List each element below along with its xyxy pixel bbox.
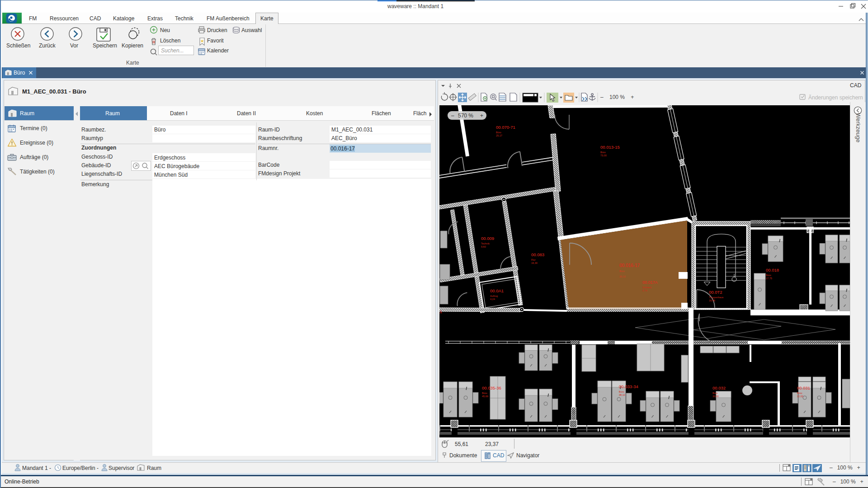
svg-text:00.013-15: 00.013-15	[600, 145, 620, 150]
svg-text:38,10: 38,10	[619, 394, 625, 396]
svg-text:+: +	[480, 113, 483, 119]
svg-text:16,30: 16,30	[531, 262, 538, 264]
svg-text:73,00: 73,00	[600, 154, 607, 157]
svg-text:00.0T2: 00.0T2	[709, 290, 722, 295]
svg-text:0,76: 0,76	[642, 289, 647, 292]
svg-text:Schrank: Schrank	[642, 286, 651, 289]
svg-text:00.016-17: 00.016-17	[619, 263, 640, 268]
svg-text:00.009: 00.009	[481, 236, 494, 241]
svg-text:Büro: Büro	[619, 270, 625, 272]
svg-text:33,30: 33,30	[712, 395, 719, 398]
svg-text:17,75: 17,75	[766, 277, 772, 280]
svg-text:Büro: Büro	[496, 131, 501, 134]
svg-text:Büro: Büro	[482, 392, 487, 394]
svg-text:00.033-34: 00.033-34	[619, 384, 638, 389]
svg-text:00.018: 00.018	[766, 267, 779, 272]
svg-text:00.032: 00.032	[712, 385, 726, 390]
svg-text:9,60: 9,60	[481, 245, 486, 248]
svg-text:00.031: 00.031	[797, 385, 810, 390]
svg-text:Büro: Büro	[766, 274, 771, 277]
svg-text:33,10: 33,10	[619, 275, 626, 278]
svg-text:570 %: 570 %	[458, 113, 473, 119]
svg-text:25,17: 25,17	[496, 134, 502, 137]
svg-text:Treppenhaus: Treppenhaus	[709, 296, 723, 299]
svg-text:–: –	[451, 113, 454, 119]
svg-text:Büro: Büro	[797, 392, 802, 394]
svg-text:45,69: 45,69	[482, 395, 488, 398]
svg-text:00.017A: 00.017A	[642, 280, 658, 285]
svg-text:00.035-36: 00.035-36	[482, 385, 501, 390]
svg-text:Büro: Büro	[619, 390, 624, 393]
svg-text:16,66: 16,66	[709, 299, 715, 302]
svg-text:00.083: 00.083	[531, 252, 544, 257]
svg-text:Büro: Büro	[712, 392, 718, 394]
svg-text:00.0A1: 00.0A1	[490, 288, 504, 293]
svg-text:Flur: Flur	[531, 258, 536, 261]
svg-text:22,02: 22,02	[797, 395, 803, 398]
svg-text:Aufzug: Aufzug	[490, 295, 498, 297]
svg-text:4,24: 4,24	[490, 298, 495, 300]
svg-text:Büro: Büro	[600, 151, 606, 154]
svg-text:Technik: Technik	[481, 242, 490, 245]
svg-text:00.070-71: 00.070-71	[496, 125, 515, 130]
svg-text:11: 11	[439, 309, 442, 314]
